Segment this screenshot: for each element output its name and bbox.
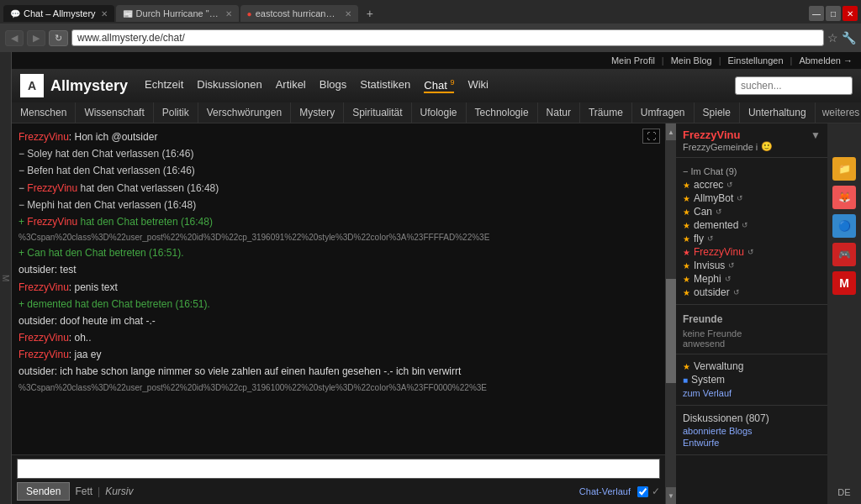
chat-input[interactable] <box>17 459 660 479</box>
system-label: System <box>691 374 725 386</box>
msg-14: outsider: ich habe schon lange nimmer so… <box>18 364 658 380</box>
top-nav-logout[interactable]: Abmelden → <box>799 55 853 66</box>
maximize-button[interactable]: □ <box>826 6 841 21</box>
sidebar-group-smiley-icon: 🙂 <box>761 141 773 152</box>
search-input[interactable] <box>735 76 853 95</box>
cat-wissenschaft[interactable]: Wissenschaft <box>76 102 153 123</box>
discussions-label: Diskussionen (807) <box>683 412 821 424</box>
menu-diskussionen[interactable]: Diskussionen <box>197 78 261 93</box>
sidebar-user-accrec[interactable]: ★ accrec ↺ <box>683 178 821 192</box>
sidebar-user-invisus[interactable]: ★ Invisus ↺ <box>683 259 821 272</box>
star-icon: ★ <box>683 181 690 190</box>
back-button[interactable]: ◀ <box>5 30 24 46</box>
entwuerfe-link[interactable]: Entwürfe <box>683 438 821 448</box>
user-name-accrec: accrec <box>694 179 723 191</box>
cat-technologie[interactable]: Technologie <box>467 102 538 123</box>
send-button[interactable]: Senden <box>17 482 70 501</box>
cat-verschwoerungen[interactable]: Verschwörungen <box>198 102 291 123</box>
cat-spiele[interactable]: Spiele <box>695 102 740 123</box>
cat-unterhaltung[interactable]: Unterhaltung <box>740 102 816 123</box>
sidebar-user-outsider[interactable]: ★ outsider ↺ <box>683 286 821 299</box>
sidebar-user-allmybot[interactable]: ★ AllmyBot ↺ <box>683 192 821 205</box>
forward-button[interactable]: ▶ <box>27 30 45 46</box>
scrollbar[interactable]: ▲ ▼ <box>666 123 676 504</box>
tab-favicon-chat: 💬 <box>10 9 20 18</box>
tools-icon[interactable]: 🔧 <box>842 31 856 45</box>
user-icon-demented: ↺ <box>742 221 748 229</box>
tab-chat[interactable]: 💬 Chat – Allmystery ✕ <box>3 5 114 22</box>
cat-umfragen[interactable]: Umfragen <box>632 102 695 123</box>
cat-politik[interactable]: Politik <box>154 102 198 123</box>
scroll-track[interactable] <box>666 140 676 487</box>
window-controls: — □ ✕ <box>809 6 858 21</box>
minimize-button[interactable]: — <box>809 6 824 21</box>
user-name-demented: demented <box>694 219 738 231</box>
chat-log-link[interactable]: Chat-Verlauf <box>579 486 631 496</box>
cat-weiteres[interactable]: weiteres <box>816 102 861 123</box>
sidebar-user-mephi[interactable]: ★ Mephi ↺ <box>683 272 821 286</box>
format-italic[interactable]: Kursiv <box>105 486 133 497</box>
red-icon[interactable]: 🎮 <box>832 243 856 266</box>
cat-traeume[interactable]: Träume <box>580 102 632 123</box>
top-nav-blog[interactable]: Mein Blog <box>671 55 712 66</box>
scroll-down[interactable]: ▼ <box>666 487 676 504</box>
menu-blogs[interactable]: Blogs <box>320 78 347 93</box>
refresh-button[interactable]: ↻ <box>49 30 68 46</box>
cat-spiritualitaet[interactable]: Spiritualität <box>344 102 411 123</box>
chat-log-checkbox[interactable] <box>637 486 648 497</box>
sidebar-group: FrezzyGemeinde i 🙂 <box>683 141 821 152</box>
msg-0: FrezzyVinu: Hon ich @outsider <box>18 129 658 145</box>
menu-chat[interactable]: Chat 9 <box>424 78 454 93</box>
tab-google[interactable]: ● eastcost hurricane - Google... ✕ <box>240 5 358 22</box>
firefox-icon[interactable]: 🦊 <box>832 186 856 209</box>
abonnierte-blogs-link[interactable]: abonnierte Blogs <box>683 426 821 436</box>
tab-close-hurricane[interactable]: ✕ <box>225 9 232 18</box>
chat-messages[interactable]: FrezzyVinu: Hon ich @outsider − Soley ha… <box>12 123 665 454</box>
address-bar[interactable] <box>71 29 824 46</box>
logo-icon: A <box>20 74 44 97</box>
top-nav-settings[interactable]: Einstellungen <box>727 55 783 66</box>
sidebar-chevron-icon[interactable]: ▼ <box>811 129 821 141</box>
msg-9: FrezzyVinu: penis text <box>18 280 658 296</box>
scroll-thumb[interactable] <box>666 279 676 383</box>
sidebar-user-fly[interactable]: ★ fly ↺ <box>683 232 821 245</box>
sidebar-discussions-section: Diskussionen (807) abonnierte Blogs Entw… <box>676 406 827 455</box>
scroll-up[interactable]: ▲ <box>666 123 676 140</box>
sidebar-user-demented[interactable]: ★ demented ↺ <box>683 218 821 232</box>
folder-icon[interactable]: 📁 <box>832 157 856 181</box>
menu-artikel[interactable]: Artikel <box>276 78 306 93</box>
blue-icon[interactable]: 🔵 <box>832 214 856 238</box>
cat-natur[interactable]: Natur <box>538 102 580 123</box>
tab-close-google[interactable]: ✕ <box>345 9 351 18</box>
site-logo: A Allmystery <box>20 74 128 97</box>
zum-verlauf-link[interactable]: zum Verlauf <box>683 388 821 398</box>
cat-menschen[interactable]: Menschen <box>12 102 76 123</box>
msg-1: − Soley hat den Chat verlassen (16:46) <box>18 146 658 162</box>
format-bold[interactable]: Fett <box>75 486 92 497</box>
tab-bar: 💬 Chat – Allmystery ✕ 📰 Durch Hurricane … <box>0 0 861 24</box>
new-tab-button[interactable]: + <box>360 3 380 24</box>
sidebar-user-frezzyvinu[interactable]: ★ FrezzyVinu ↺ <box>683 245 821 259</box>
close-button[interactable]: ✕ <box>843 6 858 21</box>
tab-label-google: eastcost hurricane - Google... <box>256 8 340 18</box>
star-icon[interactable]: ☆ <box>827 31 838 45</box>
menu-wiki[interactable]: Wiki <box>467 78 489 93</box>
user-name-invisus: Invisus <box>694 260 725 271</box>
left-panel-tab[interactable]: M <box>0 52 12 504</box>
category-nav: Menschen Wissenschaft Politik Verschwöru… <box>12 102 861 123</box>
sidebar-user-can[interactable]: ★ Can ↺ <box>683 205 821 218</box>
menu-echtzeit[interactable]: Echtzeit <box>145 78 183 93</box>
msg-11: outsider: doof heute im chat -.- <box>18 313 658 329</box>
chat-expand-button[interactable]: ⛶ <box>642 129 660 144</box>
star-icon: ★ <box>683 221 690 230</box>
tab-close-chat[interactable]: ✕ <box>101 9 108 18</box>
menu-statistiken[interactable]: Statistiken <box>360 78 410 93</box>
user-icon-invisus: ↺ <box>728 261 735 270</box>
m-icon[interactable]: M <box>832 271 856 295</box>
star-icon: ★ <box>683 288 690 297</box>
cat-mystery[interactable]: Mystery <box>291 102 344 123</box>
cat-ufologie[interactable]: Ufologie <box>412 102 467 123</box>
msg-2: − Befen hat den Chat verlassen (16:46) <box>18 163 658 179</box>
top-nav-profile[interactable]: Mein Profil <box>611 55 655 66</box>
tab-hurricane[interactable]: 📰 Durch Hurricane "Irene" drc... ✕ <box>116 5 239 22</box>
